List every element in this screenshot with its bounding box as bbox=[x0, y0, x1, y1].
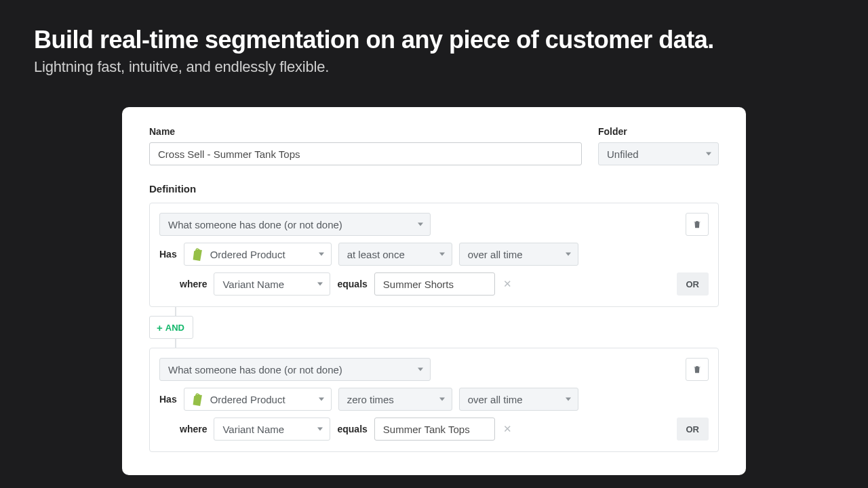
filter-field-value: Variant Name bbox=[222, 279, 284, 290]
rule-block: What someone has done (or not done) Has … bbox=[149, 348, 719, 452]
trash-icon bbox=[692, 365, 702, 374]
shopify-icon bbox=[190, 392, 205, 407]
filter-field-select[interactable]: Variant Name bbox=[214, 272, 330, 296]
folder-select-value: Unfiled bbox=[607, 148, 639, 160]
chevron-down-icon bbox=[418, 368, 423, 371]
equals-token: equals bbox=[337, 424, 367, 434]
chevron-down-icon bbox=[418, 223, 423, 226]
metric-value: Ordered Product bbox=[210, 249, 285, 260]
chevron-down-icon bbox=[319, 398, 324, 401]
where-token: where bbox=[180, 424, 207, 434]
shopify-icon bbox=[190, 247, 205, 262]
filter-value-input[interactable] bbox=[374, 418, 495, 441]
folder-label: Folder bbox=[598, 126, 719, 137]
rule-type-value: What someone has done (or not done) bbox=[168, 219, 342, 230]
chevron-down-icon bbox=[566, 398, 571, 401]
and-connector: + AND bbox=[175, 307, 719, 348]
and-label: AND bbox=[165, 323, 184, 333]
segment-name-input[interactable] bbox=[149, 142, 582, 165]
add-and-button[interactable]: + AND bbox=[149, 316, 193, 339]
chevron-down-icon bbox=[439, 253, 445, 256]
chevron-down-icon bbox=[566, 253, 571, 256]
has-token: Has bbox=[159, 394, 177, 405]
or-button[interactable]: OR bbox=[677, 418, 709, 441]
filter-value-input[interactable] bbox=[374, 272, 495, 296]
rule-type-value: What someone has done (or not done) bbox=[168, 364, 342, 375]
clear-filter-icon[interactable]: ✕ bbox=[502, 423, 513, 435]
metric-select[interactable]: Ordered Product bbox=[184, 243, 332, 266]
frequency-value: zero times bbox=[347, 394, 394, 405]
rule-block: What someone has done (or not done) Has … bbox=[149, 203, 719, 307]
segment-builder-card: Name Folder Unfiled Definition What some… bbox=[122, 107, 746, 475]
rule-type-select[interactable]: What someone has done (or not done) bbox=[159, 358, 431, 381]
timeframe-select[interactable]: over all time bbox=[459, 388, 578, 411]
delete-rule-button[interactable] bbox=[686, 358, 709, 381]
chevron-down-icon bbox=[319, 253, 324, 256]
page-subhead: Lightning fast, intuitive, and endlessly… bbox=[34, 58, 834, 76]
definition-label: Definition bbox=[149, 183, 719, 195]
metric-select[interactable]: Ordered Product bbox=[184, 388, 332, 411]
timeframe-value: over all time bbox=[468, 394, 523, 405]
frequency-select[interactable]: zero times bbox=[338, 388, 452, 411]
timeframe-value: over all time bbox=[468, 249, 523, 260]
trash-icon bbox=[692, 220, 702, 229]
folder-select[interactable]: Unfiled bbox=[598, 142, 719, 165]
chevron-down-icon bbox=[706, 152, 711, 156]
name-label: Name bbox=[149, 126, 582, 137]
equals-token: equals bbox=[337, 279, 367, 289]
metric-value: Ordered Product bbox=[210, 394, 285, 405]
timeframe-select[interactable]: over all time bbox=[459, 243, 578, 266]
chevron-down-icon bbox=[317, 283, 323, 286]
page-headline: Build real-time segmentation on any piec… bbox=[34, 26, 834, 54]
frequency-value: at least once bbox=[347, 249, 405, 260]
frequency-select[interactable]: at least once bbox=[338, 243, 452, 266]
delete-rule-button[interactable] bbox=[686, 213, 709, 236]
filter-field-select[interactable]: Variant Name bbox=[214, 418, 330, 441]
chevron-down-icon bbox=[317, 428, 323, 431]
or-button[interactable]: OR bbox=[677, 272, 709, 296]
plus-icon: + bbox=[157, 323, 163, 333]
where-token: where bbox=[180, 279, 207, 289]
chevron-down-icon bbox=[439, 398, 445, 401]
rule-type-select[interactable]: What someone has done (or not done) bbox=[159, 213, 431, 236]
filter-field-value: Variant Name bbox=[222, 424, 284, 435]
clear-filter-icon[interactable]: ✕ bbox=[502, 278, 513, 290]
has-token: Has bbox=[159, 249, 177, 260]
